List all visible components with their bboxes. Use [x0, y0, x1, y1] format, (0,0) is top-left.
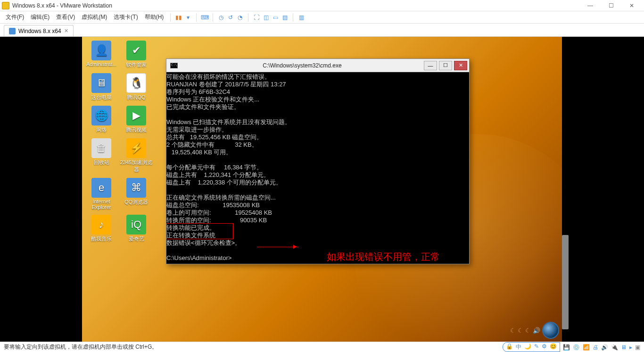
desktop-icon[interactable]: 🐧腾讯QQ — [119, 73, 153, 101]
desktop-icon-label: 这台电脑 — [84, 94, 118, 101]
library-icon[interactable]: ▥ — [297, 13, 305, 22]
desktop-icon-label: Internet Explorer — [84, 199, 118, 210]
snapshot-take-icon[interactable]: ◷ — [217, 13, 225, 22]
desktop-icon[interactable]: 🌐网络 — [84, 106, 118, 134]
vmware-logo-icon: ▣ — [635, 344, 640, 351]
console-view-icon[interactable]: ▭ — [271, 13, 280, 22]
device-usb-icon[interactable]: 🔌 — [611, 344, 618, 351]
desktop-icon-label: 腾讯QQ — [119, 94, 153, 101]
desktop-icon[interactable]: 🖥这台电脑 — [84, 73, 118, 101]
cmd-titlebar[interactable]: C:\Windows\system32\cmd.exe — ☐ ✕ — [166, 59, 469, 72]
fullscreen-icon[interactable]: ⛶ — [252, 13, 261, 22]
desktop-icon-label: QQ浏览器 — [119, 199, 153, 206]
snapshot-revert-icon[interactable]: ↺ — [226, 13, 235, 22]
desktop-icon[interactable]: ▶腾讯视频 — [119, 106, 153, 134]
desktop-icon-label: 网络 — [84, 126, 118, 134]
desktop-icon-image: ⚡ — [126, 138, 146, 158]
ime-lock-icon: 🔒 — [506, 343, 513, 351]
vmware-window-title: Windows 8.x x64 - VMware Workstation — [12, 2, 580, 9]
device-net-icon[interactable]: 📶 — [583, 344, 590, 351]
desktop-icon-label: 回收站 — [84, 159, 118, 166]
desktop-icon[interactable]: ♪酷我音乐 — [84, 215, 118, 243]
cmd-window[interactable]: C:\Windows\system32\cmd.exe — ☐ ✕ 可能会在没有… — [166, 59, 470, 264]
cmd-output: 可能会在没有损坏的情况下汇报错误。 RUANJIAN 卷创建了 2018/7/5… — [166, 72, 469, 264]
desktop-icon-label: 软件管家 — [119, 61, 153, 68]
vmware-statusbar: 要将输入定向到该虚拟机，请在虚拟机内部单击或按 Ctrl+G。 🔒 中 🌙 ✎ … — [0, 342, 644, 352]
power-dropdown-icon[interactable]: ▾ — [184, 13, 192, 22]
desktop-icon-image: ▶ — [126, 106, 146, 126]
vmware-tabstrip: Windows 8.x x64 ✕ — [0, 24, 644, 37]
device-sound-icon[interactable]: 🔊 — [601, 344, 608, 351]
annotation-text: 如果出现错误不用管，正常 的，已经转换成功了。 — [303, 238, 440, 264]
cmd-minimize-button[interactable]: — — [424, 61, 437, 70]
menu-tabs[interactable]: 选项卡(T) — [111, 12, 140, 22]
minimize-button[interactable]: — — [580, 0, 601, 11]
cmd-icon — [170, 63, 178, 68]
menu-file[interactable]: 文件(F) — [3, 12, 27, 22]
close-button[interactable]: ✕ — [621, 0, 642, 11]
vmware-menubar: 文件(F) 编辑(E) 查看(V) 虚拟机(M) 选项卡(T) 帮助(H) ▮▮… — [0, 11, 644, 24]
desktop-icon-image: 🌐 — [91, 106, 111, 126]
desktop-icon[interactable]: iQ爱奇艺 — [119, 215, 153, 243]
ime-pen-icon[interactable]: ✎ — [534, 343, 539, 351]
thumbnail-icon[interactable]: ▤ — [281, 13, 289, 22]
tab-windows8[interactable]: Windows 8.x x64 ✕ — [4, 25, 74, 36]
ime-face-icon[interactable]: 😊 — [550, 343, 557, 351]
snapshot-manage-icon[interactable]: ◔ — [236, 13, 244, 22]
desktop-icon[interactable]: ⚡2345加速浏览器 — [119, 138, 153, 173]
sound-icon: 🔊 — [533, 327, 540, 334]
desktop-icon[interactable]: 👤Administrat... — [84, 41, 118, 67]
cmd-maximize-button[interactable]: ☐ — [439, 61, 452, 70]
maximize-button[interactable]: ☐ — [601, 0, 621, 11]
vm-display-outer[interactable]: 👤Administrat...✔软件管家🖥这台电脑🐧腾讯QQ🌐网络▶腾讯视频🗑回… — [0, 37, 644, 342]
desktop-tray: ☾ ☾ ☾ 🔊 — [510, 322, 559, 339]
menu-edit[interactable]: 编辑(E) — [28, 12, 52, 22]
desktop-icons-area: 👤Administrat...✔软件管家🖥这台电脑🐧腾讯QQ🌐网络▶腾讯视频🗑回… — [84, 40, 159, 246]
desktop-icon[interactable]: ⌘QQ浏览器 — [119, 178, 153, 206]
guest-scrollbar-thumb[interactable] — [562, 235, 569, 329]
desktop-icon[interactable]: eInternet Explorer — [84, 178, 118, 210]
desktop-icon[interactable]: 🗑回收站 — [84, 138, 118, 166]
guest-desktop[interactable]: 👤Administrat...✔软件管家🖥这台电脑🐧腾讯QQ🌐网络▶腾讯视频🗑回… — [82, 37, 562, 342]
ime-moon-icon[interactable]: 🌙 — [524, 343, 531, 351]
menu-view[interactable]: 查看(V) — [53, 12, 78, 22]
ime-pill[interactable]: 🔒 中 🌙 ✎ ⚙ 😊 — [503, 342, 560, 352]
desktop-icon-label: Administrat... — [84, 61, 118, 67]
desktop-icon-image: ♪ — [91, 215, 111, 235]
menu-vm[interactable]: 虚拟机(M) — [79, 12, 110, 22]
tab-close-icon[interactable]: ✕ — [64, 28, 68, 34]
desktop-icon-image: e — [91, 178, 111, 198]
desktop-icon-image: iQ — [126, 215, 146, 235]
cmd-close-button[interactable]: ✕ — [454, 61, 467, 70]
device-cd-icon[interactable]: 💿 — [573, 344, 580, 351]
assistant-orb-icon[interactable] — [542, 322, 559, 339]
vmware-titlebar: Windows 8.x x64 - VMware Workstation — ☐… — [0, 0, 644, 11]
device-more-icon[interactable]: ▸ — [629, 344, 632, 351]
tab-label: Windows 8.x x64 — [18, 28, 61, 34]
ime-gear-icon[interactable]: ⚙ — [542, 343, 547, 351]
desktop-icon-image: 🐧 — [126, 73, 146, 93]
desktop-icon-image: 🖥 — [91, 73, 111, 93]
moon-icon: ☾ — [518, 327, 523, 334]
desktop-icon-label: 爱奇艺 — [119, 235, 153, 243]
highlight-box — [166, 223, 233, 239]
desktop-icon-image: 👤 — [91, 41, 111, 60]
cmd-title: C:\Windows\system32\cmd.exe — [182, 62, 423, 69]
desktop-icon-label: 酷我音乐 — [84, 235, 118, 243]
unity-icon[interactable]: ◫ — [262, 13, 270, 22]
desktop-icon-image: 🗑 — [91, 138, 111, 158]
device-display-icon[interactable]: 🖥 — [621, 344, 627, 351]
desktop-icon[interactable]: ✔软件管家 — [119, 41, 153, 68]
vmware-app-icon — [2, 2, 9, 9]
device-printer-icon[interactable]: 🖨 — [593, 344, 598, 351]
ime-lang[interactable]: 中 — [516, 343, 521, 351]
device-disk-icon[interactable]: 💾 — [563, 344, 570, 351]
desktop-icon-image: ⌘ — [126, 178, 146, 198]
status-hint: 要将输入定向到该虚拟机，请在虚拟机内部单击或按 Ctrl+G。 — [4, 343, 157, 351]
pause-icon[interactable]: ▮▮ — [174, 13, 183, 22]
send-keys-icon[interactable]: ⌨ — [200, 13, 209, 22]
moon-icon: ☾ — [510, 327, 516, 334]
vm-tab-icon — [9, 28, 16, 34]
menu-help[interactable]: 帮助(H) — [142, 12, 167, 22]
moon-icon: ☾ — [525, 327, 531, 334]
